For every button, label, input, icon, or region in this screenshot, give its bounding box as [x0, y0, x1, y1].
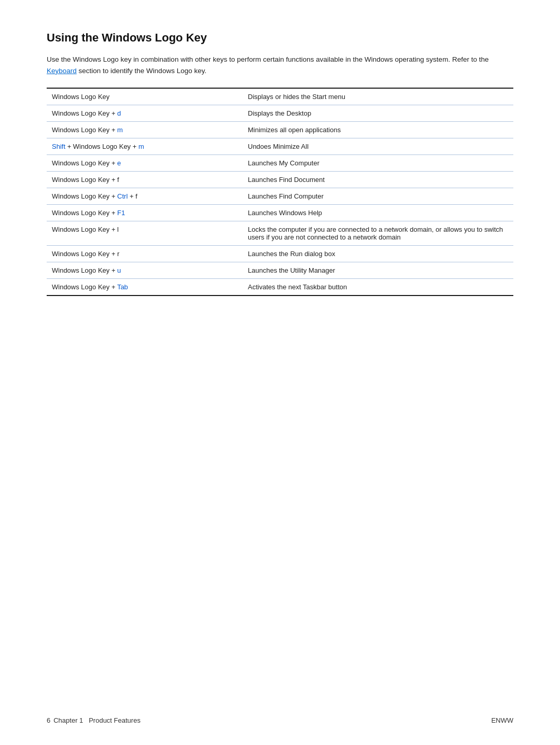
- key-cell: Shift + Windows Logo Key + m: [47, 138, 243, 155]
- description-cell: Displays or hides the Start menu: [243, 88, 513, 105]
- description-cell: Minimizes all open applications: [243, 122, 513, 138]
- table-row: Windows Logo Key + F1Launches Windows He…: [47, 205, 513, 221]
- table-row: Windows Logo Key + mMinimizes all open a…: [47, 122, 513, 138]
- footer-right-label: ENWW: [491, 716, 513, 724]
- shortcuts-table: Windows Logo KeyDisplays or hides the St…: [47, 88, 513, 296]
- intro-text-before-link: Use the Windows Logo key in combination …: [47, 55, 488, 63]
- table-row: Windows Logo Key + uLaunches the Utility…: [47, 262, 513, 279]
- key-cell: Windows Logo Key + Tab: [47, 279, 243, 296]
- key-cell: Windows Logo Key + u: [47, 262, 243, 279]
- description-cell: Launches Find Computer: [243, 188, 513, 205]
- description-cell: Locks the computer if you are connected …: [243, 221, 513, 246]
- key-cell: Windows Logo Key + f: [47, 172, 243, 188]
- table-row: Shift + Windows Logo Key + mUndoes Minim…: [47, 138, 513, 155]
- key-cell: Windows Logo Key + m: [47, 122, 243, 138]
- description-cell: Launches the Run dialog box: [243, 246, 513, 262]
- table-row: Windows Logo Key + fLaunches Find Docume…: [47, 172, 513, 188]
- key-cell: Windows Logo Key + d: [47, 105, 243, 122]
- key-cell: Windows Logo Key + r: [47, 246, 243, 262]
- footer-left: 6 Chapter 1 Product Features: [47, 716, 141, 724]
- table-row: Windows Logo Key + rLaunches the Run dia…: [47, 246, 513, 262]
- description-cell: Activates the next Taskbar button: [243, 279, 513, 296]
- description-cell: Launches Find Document: [243, 172, 513, 188]
- table-row: Windows Logo Key + eLaunches My Computer: [47, 155, 513, 172]
- description-cell: Displays the Desktop: [243, 105, 513, 122]
- page-container: Using the Windows Logo Key Use the Windo…: [0, 0, 560, 745]
- description-cell: Undoes Minimize All: [243, 138, 513, 155]
- description-cell: Launches Windows Help: [243, 205, 513, 221]
- table-row: Windows Logo Key + Ctrl + fLaunches Find…: [47, 188, 513, 205]
- description-cell: Launches My Computer: [243, 155, 513, 172]
- table-row: Windows Logo KeyDisplays or hides the St…: [47, 88, 513, 105]
- footer-chapter-label: Chapter 1 Product Features: [53, 716, 141, 724]
- intro-text-after-link: section to identify the Windows Logo key…: [77, 67, 206, 75]
- key-cell: Windows Logo Key + e: [47, 155, 243, 172]
- table-row: Windows Logo Key + lLocks the computer i…: [47, 221, 513, 246]
- key-cell: Windows Logo Key + l: [47, 221, 243, 246]
- key-cell: Windows Logo Key: [47, 88, 243, 105]
- keyboard-link[interactable]: Keyboard: [47, 67, 77, 75]
- key-cell: Windows Logo Key + F1: [47, 205, 243, 221]
- page-number: 6: [47, 716, 50, 724]
- page-footer: 6 Chapter 1 Product Features ENWW: [0, 716, 560, 724]
- description-cell: Launches the Utility Manager: [243, 262, 513, 279]
- page-title: Using the Windows Logo Key: [47, 31, 513, 45]
- intro-paragraph: Use the Windows Logo key in combination …: [47, 54, 513, 76]
- key-cell: Windows Logo Key + Ctrl + f: [47, 188, 243, 205]
- table-row: Windows Logo Key + TabActivates the next…: [47, 279, 513, 296]
- table-row: Windows Logo Key + dDisplays the Desktop: [47, 105, 513, 122]
